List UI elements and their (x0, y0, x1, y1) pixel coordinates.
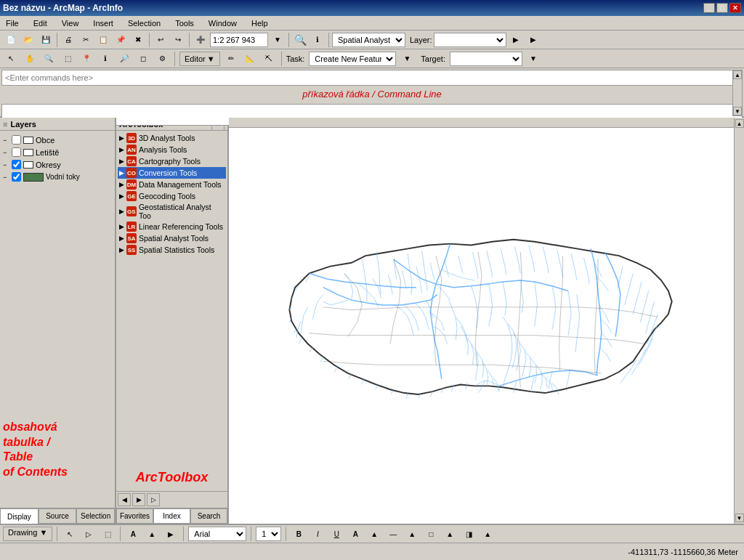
copy-button[interactable]: 📋 (95, 32, 111, 48)
add-data-button[interactable]: ➕ (193, 32, 209, 48)
font-size-up[interactable]: ▶ (163, 526, 179, 542)
edit-tool1[interactable]: ✏ (223, 51, 239, 67)
okresy-expand[interactable]: − (3, 161, 12, 169)
tool4[interactable]: 📍 (78, 51, 94, 67)
menu-selection[interactable]: Selection (125, 17, 163, 29)
menu-view[interactable]: View (59, 17, 82, 29)
obce-expand[interactable]: − (3, 137, 12, 144)
toolbox-item-geocoding[interactable]: ▶ GE Geocoding Tools (118, 190, 226, 202)
zoom-full-tool[interactable]: 🔍 (41, 51, 57, 67)
map-scroll-down[interactable]: ▼ (735, 514, 744, 522)
command-input[interactable] (1, 70, 743, 86)
editor-button[interactable]: Editor ▼ (179, 52, 220, 66)
select-tool[interactable]: ↖ (3, 51, 19, 67)
letiste-expand[interactable]: − (3, 149, 12, 156)
scale-input[interactable] (210, 33, 268, 47)
toolbox-expand-btn[interactable]: ▷ (147, 493, 160, 506)
toolbox-item-conversion[interactable]: ▶ CO Conversion Tools (118, 167, 226, 179)
toolbox-item-spatialstats[interactable]: ▶ SS Spatial Statistics Tools (118, 244, 226, 256)
italic-button[interactable]: I (310, 526, 326, 542)
print-button[interactable]: 🖨 (60, 32, 76, 48)
maximize-button[interactable]: □ (716, 3, 728, 13)
tool5[interactable]: ℹ (97, 51, 113, 67)
underline-button[interactable]: U (328, 526, 344, 542)
toolbox-item-3d[interactable]: ▶ 3D 3D Analyst Tools (118, 132, 226, 144)
font-options[interactable]: ▲ (144, 526, 160, 542)
vodni-checkbox[interactable] (12, 172, 21, 182)
menu-file[interactable]: File (3, 17, 22, 29)
menu-help[interactable]: Help (248, 17, 271, 29)
draw-tool1[interactable]: ▷ (81, 526, 97, 542)
spatial-analyst-dropdown[interactable]: Spatial Analyst (332, 33, 405, 47)
toolbox-prev-btn[interactable]: ◀ (118, 493, 131, 506)
minimize-button[interactable]: _ (703, 3, 715, 13)
okresy-checkbox[interactable] (12, 160, 21, 169)
open-button[interactable]: 📂 (20, 32, 36, 48)
cut-button[interactable]: ✂ (78, 32, 94, 48)
close-button[interactable]: ✕ (729, 3, 741, 13)
vodni-expand[interactable]: − (3, 174, 12, 181)
target-arrow[interactable]: ▼ (525, 51, 541, 67)
toc-tab-selection[interactable]: Selection (76, 508, 115, 524)
toolbox-item-analysis[interactable]: ▶ AN Analysis Tools (118, 144, 226, 155)
task-arrow[interactable]: ▼ (399, 51, 415, 67)
font-bold-color[interactable]: A (125, 526, 141, 542)
zoom-in-button[interactable]: 🔍 (292, 32, 308, 48)
select-arrow-tool[interactable]: ↖ (62, 526, 78, 542)
edit-tool3[interactable]: ⛏ (261, 51, 277, 67)
toolbox-item-spatial[interactable]: ▶ SA Spatial Analyst Tools (118, 232, 226, 244)
draw-tool2[interactable]: ⬚ (100, 526, 116, 542)
obce-checkbox[interactable] (12, 135, 21, 145)
shadow-arrow[interactable]: ▲ (480, 526, 496, 542)
menu-edit[interactable]: Edit (31, 17, 50, 29)
highlight-btn[interactable]: ▲ (366, 526, 382, 542)
toc-tab-display[interactable]: Display (0, 508, 39, 524)
toc-tab-source[interactable]: Source (39, 508, 77, 524)
toolbox-next-btn[interactable]: ▶ (132, 493, 145, 506)
save-button[interactable]: 💾 (38, 32, 54, 48)
layer-browse-button[interactable]: ▶ (508, 32, 524, 48)
task-dropdown[interactable]: Create New Feature (309, 52, 396, 66)
scale-dropdown-button[interactable]: ▼ (270, 32, 286, 48)
font-color-btn[interactable]: A (347, 526, 363, 542)
font-family-select[interactable]: Arial (188, 527, 246, 541)
delete-button[interactable]: ✖ (130, 32, 146, 48)
toolbox-item-linear[interactable]: ▶ LR Linear Referencing Tools (118, 221, 226, 232)
map-canvas[interactable] (229, 128, 734, 524)
pan-tool[interactable]: ✋ (22, 51, 38, 67)
fill-color-btn[interactable]: □ (423, 526, 439, 542)
scroll-up-arrow[interactable]: ▲ (733, 70, 742, 79)
target-dropdown[interactable] (450, 52, 522, 66)
tool6[interactable]: 🔎 (116, 51, 132, 67)
scroll-down-arrow[interactable]: ▼ (733, 107, 742, 115)
tool8[interactable]: ⚙ (154, 51, 170, 67)
letiste-checkbox[interactable] (12, 147, 21, 157)
menu-insert[interactable]: Insert (90, 17, 116, 29)
line-color-arrow[interactable]: ▲ (404, 526, 420, 542)
paste-button[interactable]: 📌 (113, 32, 129, 48)
undo-button[interactable]: ↩ (153, 32, 169, 48)
tool3[interactable]: ⬚ (60, 51, 76, 67)
tool7[interactable]: ◻ (135, 51, 151, 67)
new-button[interactable]: 📄 (3, 32, 19, 48)
layer-dropdown[interactable] (434, 33, 506, 47)
layer-options-button[interactable]: ▶ (525, 32, 541, 48)
toolbox-item-cartography[interactable]: ▶ CA Cartography Tools (118, 155, 226, 167)
redo-button[interactable]: ↪ (170, 32, 186, 48)
drawing-dropdown[interactable]: Drawing ▼ (3, 527, 52, 541)
identify-button[interactable]: ℹ (310, 32, 326, 48)
toolbox-tab-favorites[interactable]: Favorites (116, 508, 153, 524)
menu-tools[interactable]: Tools (172, 17, 197, 29)
toolbox-item-datamanagement[interactable]: ▶ DM Data Management Tools (118, 179, 226, 190)
shadow-btn[interactable]: ◨ (461, 526, 477, 542)
font-size-select[interactable]: 10 (256, 527, 281, 541)
fill-color-arrow[interactable]: ▲ (442, 526, 458, 542)
toolbox-item-geostat[interactable]: ▶ GS Geostatistical Analyst Too (118, 202, 226, 221)
line-color-btn[interactable]: — (385, 526, 401, 542)
menu-window[interactable]: Window (206, 17, 240, 29)
bold-button[interactable]: B (291, 526, 307, 542)
toolbox-tab-search[interactable]: Search (190, 508, 227, 524)
toolbox-tab-index[interactable]: Index (153, 508, 190, 524)
map-scroll-up[interactable]: ▲ (735, 119, 744, 128)
edit-tool2[interactable]: 📐 (242, 51, 258, 67)
